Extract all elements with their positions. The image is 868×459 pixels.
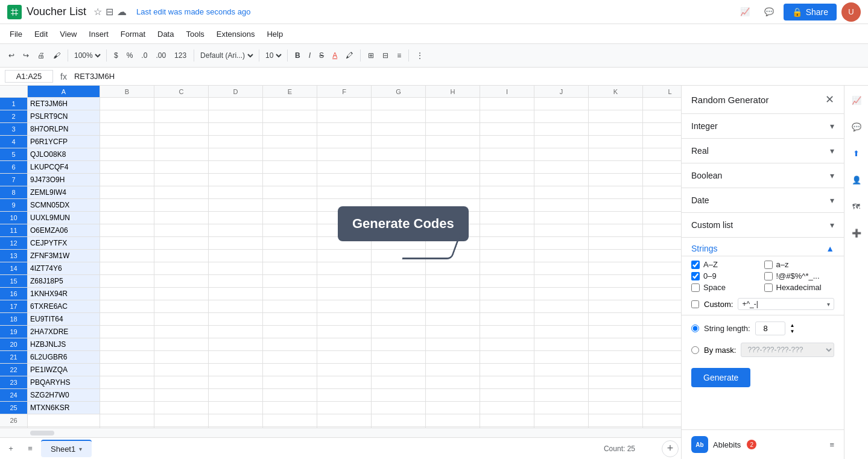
by-mask-radio[interactable]	[691, 346, 699, 354]
cell-e17[interactable]	[263, 300, 317, 313]
cell-e13[interactable]	[263, 250, 317, 262]
cell-b27[interactable]	[100, 427, 154, 428]
cell-f27[interactable]	[317, 427, 372, 428]
cell-j8[interactable]	[534, 186, 589, 199]
cell-c12[interactable]	[154, 237, 209, 250]
cell-j26[interactable]	[534, 414, 589, 427]
cell-b23[interactable]	[100, 376, 154, 389]
cell-b9[interactable]	[100, 199, 154, 212]
cell-e15[interactable]	[263, 275, 317, 288]
row-header-10[interactable]: 10	[0, 212, 28, 224]
cell-e18[interactable]	[263, 313, 317, 326]
cell-h4[interactable]	[426, 136, 480, 148]
cell-l26[interactable]	[643, 414, 681, 427]
cell-d20[interactable]	[209, 338, 263, 351]
cell-k6[interactable]	[589, 161, 643, 174]
col-header-j[interactable]: J	[534, 86, 589, 98]
highlight-button[interactable]: 🖍	[342, 49, 356, 62]
menu-view[interactable]: View	[55, 27, 81, 41]
cell-i13[interactable]	[480, 250, 534, 262]
cell-k17[interactable]	[589, 300, 643, 313]
cell-h17[interactable]	[426, 300, 480, 313]
cell-h15[interactable]	[426, 275, 480, 288]
cell-i22[interactable]	[480, 364, 534, 376]
cell-l20[interactable]	[643, 338, 681, 351]
cell-b26[interactable]	[100, 414, 154, 427]
row-header-13[interactable]: 13	[0, 250, 28, 262]
cell-a23[interactable]: PBQARYHS	[28, 376, 100, 389]
cell-i6[interactable]	[480, 161, 534, 174]
cell-b15[interactable]	[100, 275, 154, 288]
cell-a3[interactable]: 8H7ORLPN	[28, 123, 100, 136]
cell-g26[interactable]	[372, 414, 426, 427]
cell-c26[interactable]	[154, 414, 209, 427]
cell-d15[interactable]	[209, 275, 263, 288]
cell-c11[interactable]	[154, 224, 209, 237]
special-chars-checkbox[interactable]	[764, 272, 773, 280]
accordion-real-header[interactable]: Real ▾	[682, 139, 844, 163]
cell-f16[interactable]	[317, 288, 372, 300]
cell-b22[interactable]	[100, 364, 154, 376]
cell-i8[interactable]	[480, 186, 534, 199]
row-header-9[interactable]: 9	[0, 199, 28, 212]
generate-button[interactable]: Generate	[691, 368, 750, 387]
cell-f1[interactable]	[317, 98, 372, 110]
cell-i5[interactable]	[480, 148, 534, 161]
cell-e6[interactable]	[263, 161, 317, 174]
cell-d26[interactable]	[209, 414, 263, 427]
cell-j27[interactable]	[534, 427, 589, 428]
cell-f9[interactable]	[317, 199, 372, 212]
cell-a26[interactable]	[28, 414, 100, 427]
col-header-b[interactable]: B	[100, 86, 154, 98]
cell-e1[interactable]	[263, 98, 317, 110]
cell-e19[interactable]	[263, 326, 317, 338]
cell-d16[interactable]	[209, 288, 263, 300]
cell-c1[interactable]	[154, 98, 209, 110]
cell-d23[interactable]	[209, 376, 263, 389]
cell-e4[interactable]	[263, 136, 317, 148]
row-header-18[interactable]: 18	[0, 313, 28, 326]
cell-k18[interactable]	[589, 313, 643, 326]
strikethrough-button[interactable]: S	[315, 49, 328, 62]
paint-format-button[interactable]: 🖌	[49, 49, 64, 62]
cell-e7[interactable]	[263, 174, 317, 186]
space-checkbox[interactable]	[691, 283, 700, 292]
cell-g24[interactable]	[372, 389, 426, 402]
cell-f23[interactable]	[317, 376, 372, 389]
cell-a24[interactable]: SZG2H7W0	[28, 389, 100, 402]
cell-b3[interactable]	[100, 123, 154, 136]
cell-k10[interactable]	[589, 212, 643, 224]
cell-g9[interactable]	[372, 199, 426, 212]
cell-b13[interactable]	[100, 250, 154, 262]
cell-d27[interactable]	[209, 427, 263, 428]
cell-k11[interactable]	[589, 224, 643, 237]
panel-close-button[interactable]: ✕	[825, 93, 834, 106]
cell-l5[interactable]	[643, 148, 681, 161]
cell-d13[interactable]	[209, 250, 263, 262]
decimal2-button[interactable]: .00	[152, 49, 169, 62]
cell-e21[interactable]	[263, 351, 317, 364]
cell-d10[interactable]	[209, 212, 263, 224]
percent-button[interactable]: %	[123, 49, 137, 62]
row-header-26[interactable]: 26	[0, 414, 28, 427]
add-sheet-button[interactable]: +	[2, 440, 19, 457]
cell-f4[interactable]	[317, 136, 372, 148]
cell-g6[interactable]	[372, 161, 426, 174]
row-header-14[interactable]: 14	[0, 262, 28, 275]
last-edit[interactable]: Last edit was made seconds ago	[136, 7, 250, 16]
cell-a8[interactable]: ZEML9IW4	[28, 186, 100, 199]
cell-f8[interactable]	[317, 186, 372, 199]
cell-b8[interactable]	[100, 186, 154, 199]
cell-j23[interactable]	[534, 376, 589, 389]
cell-l4[interactable]	[643, 136, 681, 148]
cell-i26[interactable]	[480, 414, 534, 427]
cell-i23[interactable]	[480, 376, 534, 389]
cell-f24[interactable]	[317, 389, 372, 402]
cell-c19[interactable]	[154, 326, 209, 338]
ablebits-menu-icon[interactable]: ≡	[829, 440, 834, 449]
cell-l12[interactable]	[643, 237, 681, 250]
cell-d9[interactable]	[209, 199, 263, 212]
cell-k27[interactable]	[589, 427, 643, 428]
cell-c9[interactable]	[154, 199, 209, 212]
length-up[interactable]: ▲	[790, 323, 795, 328]
